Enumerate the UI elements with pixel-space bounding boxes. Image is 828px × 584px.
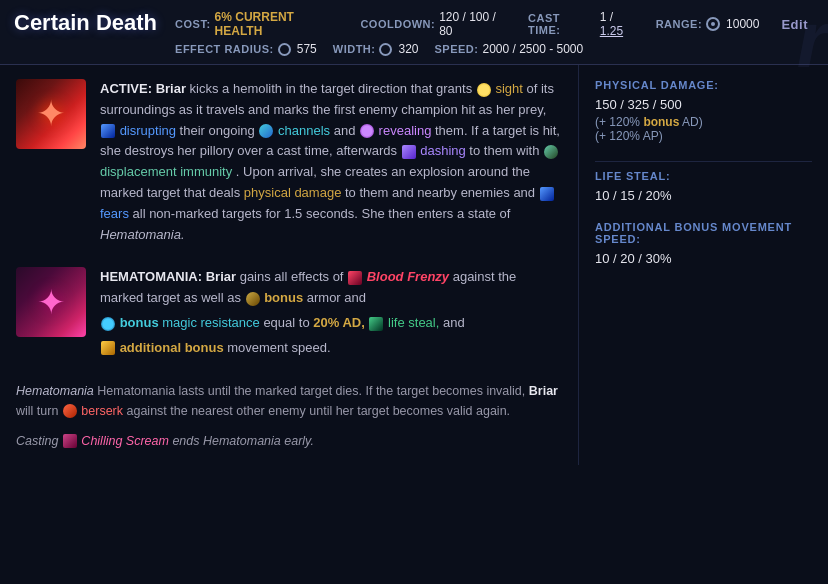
hematomania-italic: Hematomania. bbox=[100, 227, 185, 242]
cost-label: COST: bbox=[175, 18, 211, 30]
life-steal-values: 10 / 15 / 20% bbox=[595, 188, 812, 203]
speed-label: SPEED: bbox=[435, 43, 479, 55]
physical-damage-bonus: (+ 120% bonus AD) bbox=[595, 115, 812, 129]
blood-icon bbox=[348, 271, 362, 285]
width-icon bbox=[379, 43, 392, 56]
casting-suffix: ends Hematomania early. bbox=[172, 434, 314, 448]
displacement-text: displacement immunity bbox=[100, 164, 232, 179]
cooldown-value: 120 / 100 / 80 bbox=[439, 10, 512, 38]
dash-icon bbox=[402, 145, 416, 159]
hema-ability-icon: ✦ bbox=[16, 267, 86, 337]
edit-button[interactable]: Edit bbox=[775, 15, 814, 34]
armor-icon bbox=[246, 292, 260, 306]
displace-icon bbox=[544, 145, 558, 159]
divider-1 bbox=[595, 161, 812, 162]
active-text-4: and bbox=[334, 123, 359, 138]
active-label: ACTIVE: bbox=[100, 81, 152, 96]
bonus-word: bonus bbox=[643, 115, 679, 129]
stats-row-1: COST: 6% CURRENT HEALTH COOLDOWN: 120 / … bbox=[175, 10, 814, 38]
disrupting-text: disrupting bbox=[120, 123, 180, 138]
active-ability-text: ACTIVE: Briar kicks a hemolith in the ta… bbox=[100, 79, 562, 249]
active-ability-icon bbox=[16, 79, 86, 149]
cooldown-label: COOLDOWN: bbox=[360, 18, 435, 30]
active-text-9: all non-marked targets for 1.5 seconds. … bbox=[133, 206, 511, 221]
stats-row-2: EFFECT RADIUS: 575 WIDTH: 320 SPEED: 200… bbox=[175, 42, 814, 56]
move-icon bbox=[101, 341, 115, 355]
stat-cast-time: CAST TIME: 1 / 1.25 bbox=[528, 10, 640, 38]
content: ACTIVE: Briar kicks a hemolith in the ta… bbox=[0, 65, 828, 465]
range-label: RANGE: bbox=[656, 18, 702, 30]
movement-speed-label: ADDITIONAL BONUS MOVEMENT SPEED: bbox=[595, 221, 812, 245]
dashing-text: dashing bbox=[420, 143, 469, 158]
stat-cost: COST: 6% CURRENT HEALTH bbox=[175, 10, 344, 38]
hema-ability-text: HEMATOMANIA: Briar gains all effects of … bbox=[100, 267, 562, 362]
sight-text: sight bbox=[495, 81, 526, 96]
physical-damage-ap: (+ 120% AP) bbox=[595, 129, 812, 143]
blood-frenzy-text: Blood Frenzy bbox=[367, 269, 453, 284]
lifesteal-icon bbox=[369, 317, 383, 331]
life-steal-section: LIFE STEAL: 10 / 15 / 20% bbox=[595, 170, 812, 203]
disrupting-icon bbox=[101, 124, 115, 138]
footer-champion: Briar bbox=[529, 384, 558, 398]
active-icon-cross bbox=[29, 92, 74, 137]
movement-speed-values: 10 / 20 / 30% bbox=[595, 251, 812, 266]
hema-icon-inner: ✦ bbox=[37, 282, 65, 322]
active-text-6: to them with bbox=[469, 143, 543, 158]
effect-radius-value: 575 bbox=[297, 42, 317, 56]
width-value: 320 bbox=[398, 42, 418, 56]
active-text-1: kicks a hemolith in the target direction… bbox=[190, 81, 476, 96]
physical-damage-text: physical damage bbox=[244, 185, 342, 200]
hema-champion: Briar bbox=[206, 269, 240, 284]
reveal-icon bbox=[360, 124, 374, 138]
range-value: 10000 bbox=[726, 17, 759, 31]
revealing-text: revealing bbox=[379, 123, 435, 138]
cost-value: 6% CURRENT HEALTH bbox=[215, 10, 345, 38]
bonus-mr-text: bonus bbox=[120, 315, 163, 330]
magic-resistance-text: magic resistance bbox=[162, 315, 263, 330]
radius-icon bbox=[278, 43, 291, 56]
cast-time-value: 1 / 1.25 bbox=[600, 10, 640, 38]
chilling-icon bbox=[63, 434, 77, 448]
physical-damage-label: PHYSICAL DAMAGE: bbox=[595, 79, 812, 91]
active-text-3: their ongoing bbox=[180, 123, 259, 138]
active-text-8: to them and nearby enemies and bbox=[345, 185, 539, 200]
cast-time-label: CAST TIME: bbox=[528, 12, 596, 36]
footer-text: Hematomania Hematomania lasts until the … bbox=[16, 381, 562, 421]
stats-block: COST: 6% CURRENT HEALTH COOLDOWN: 120 / … bbox=[175, 10, 814, 56]
fears-icon bbox=[540, 187, 554, 201]
life-steal-text-2: life steal, bbox=[388, 315, 443, 330]
channel-icon bbox=[259, 124, 273, 138]
active-section: ACTIVE: Briar kicks a hemolith in the ta… bbox=[16, 79, 562, 249]
additional-bonus-text: additional bonus bbox=[120, 340, 228, 355]
cost-value-text: 6% CURRENT HEALTH bbox=[215, 10, 294, 38]
hema-text-1: gains all effects of bbox=[240, 269, 347, 284]
ability-header: Certain Death COST: 6% CURRENT HEALTH CO… bbox=[0, 0, 828, 65]
footer-casting: Casting Chilling Scream ends Hematomania… bbox=[16, 431, 562, 451]
hema-text-5: and bbox=[443, 315, 465, 330]
hema-label: HEMATOMANIA: bbox=[100, 269, 206, 284]
active-icon-shape bbox=[16, 79, 86, 149]
ad-value: 20% AD, bbox=[313, 315, 368, 330]
movement-speed-section: ADDITIONAL BONUS MOVEMENT SPEED: 10 / 20… bbox=[595, 221, 812, 266]
footer-text-1: Hematomania lasts until the marked targe… bbox=[97, 384, 525, 398]
bonus-armor-text: bonus bbox=[264, 290, 307, 305]
physical-damage-section: PHYSICAL DAMAGE: 150 / 325 / 500 (+ 120%… bbox=[595, 79, 812, 143]
ability-title: Certain Death bbox=[14, 10, 157, 36]
footer-hema: Hematomania bbox=[16, 384, 97, 398]
speed-value: 2000 / 2500 - 5000 bbox=[482, 42, 583, 56]
fears-text: fears bbox=[100, 206, 133, 221]
main-panel: ACTIVE: Briar kicks a hemolith in the ta… bbox=[0, 65, 578, 465]
casting-prefix: Casting bbox=[16, 434, 58, 448]
hema-text-3: armor and bbox=[307, 290, 366, 305]
berserk-icon bbox=[63, 404, 77, 418]
stat-speed: SPEED: 2000 / 2500 - 5000 bbox=[435, 42, 584, 56]
hema-text-4: equal to bbox=[263, 315, 313, 330]
stat-effect-radius: EFFECT RADIUS: 575 bbox=[175, 42, 317, 56]
berserk-text: berserk bbox=[81, 404, 123, 418]
hema-text-6: movement speed. bbox=[227, 340, 330, 355]
hema-section: ✦ HEMATOMANIA: Briar gains all effects o… bbox=[16, 267, 562, 362]
effect-radius-label: EFFECT RADIUS: bbox=[175, 43, 274, 55]
footer-text-3: against the nearest other enemy until he… bbox=[127, 404, 511, 418]
bonus-ad: AD) bbox=[682, 115, 703, 129]
magic-icon bbox=[101, 317, 115, 331]
